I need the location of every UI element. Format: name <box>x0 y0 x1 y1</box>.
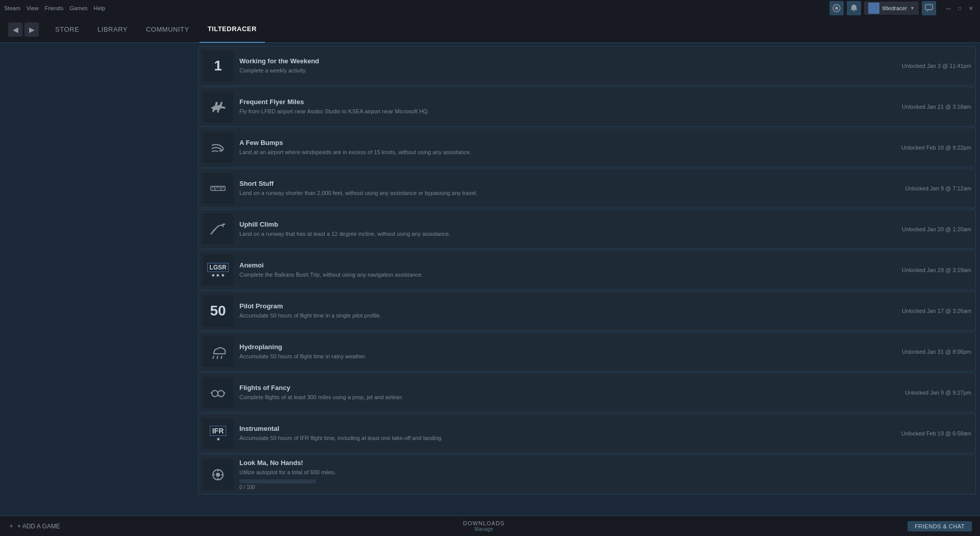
achievement-unlock-date: Unlocked Feb 19 @ 6:58am <box>901 430 971 436</box>
title-bar-right: tiltedracer ▼ — □ ✕ <box>829 1 976 15</box>
achievement-item: Look Ma, No Hands! Utilize autopilot for… <box>198 454 976 495</box>
achievement-icon: IFR ★ <box>203 418 233 449</box>
notifications-icon[interactable] <box>847 1 861 15</box>
minimize-button[interactable]: — <box>943 3 953 13</box>
achievement-description: Accumulate 50 hours of flight time in ra… <box>239 353 896 360</box>
achievement-description: Accumulate 50 hours of flight time in a … <box>239 312 896 320</box>
achievement-item: 50 Pilot Program Accumulate 50 hours of … <box>198 291 976 331</box>
svg-point-1 <box>835 7 838 10</box>
close-button[interactable]: ✕ <box>966 3 976 13</box>
achievement-description: Complete the Balkans Bush Trip, without … <box>239 271 896 279</box>
achievement-unlock-date: Unlocked Jan 9 @ 7:12am <box>905 185 971 191</box>
achievement-info: Anemoi Complete the Balkans Bush Trip, w… <box>239 261 896 279</box>
achievement-progress: 0 / 100 <box>239 479 965 490</box>
achievement-description: Fly from LFBD airport near Asobo Studio … <box>239 108 896 115</box>
achievement-info: Frequent Flyer Miles Fly from LFBD airpo… <box>239 98 896 115</box>
svg-point-14 <box>218 391 224 397</box>
achievement-name: Uphill Climb <box>239 221 896 228</box>
menu-view[interactable]: View <box>27 5 39 11</box>
downloads-label: DOWNLOADS <box>463 520 504 526</box>
achievement-name: Working for the Weekend <box>239 57 896 65</box>
achievement-description: Utilize autopilot for a total of 600 mil… <box>239 469 965 476</box>
achievement-info: Flights of Fancy Complete flights of at … <box>239 384 899 401</box>
chat-icon[interactable] <box>922 1 936 15</box>
back-button[interactable]: ◀ <box>8 22 22 37</box>
achievement-description: Accumulate 50 hours of IFR flight time, … <box>239 434 895 442</box>
nav-community[interactable]: COMMUNITY <box>138 16 198 43</box>
user-area[interactable]: tiltedracer ▼ <box>864 2 919 15</box>
svg-point-13 <box>212 391 218 397</box>
menu-friends[interactable]: Friends <box>44 5 63 11</box>
achievement-name: Pilot Program <box>239 302 896 310</box>
achievement-icon <box>203 459 233 490</box>
achievement-item: Uphill Climb Land on a runway that has a… <box>198 209 976 249</box>
svg-line-11 <box>217 356 218 359</box>
nav-store[interactable]: STORE <box>47 16 87 43</box>
achievement-info: A Few Bumps Land at an airport where win… <box>239 139 895 156</box>
achievement-icon <box>203 91 233 122</box>
achievement-name: Frequent Flyer Miles <box>239 98 896 106</box>
achievement-name: A Few Bumps <box>239 139 895 147</box>
achievement-icon <box>203 377 233 408</box>
achievement-description: Complete a weekly activity. <box>239 67 896 75</box>
downloads-button[interactable]: DOWNLOADS Manage <box>463 520 504 532</box>
achievement-info: Pilot Program Accumulate 50 hours of fli… <box>239 302 896 320</box>
achievement-item: Short Stuff Land on a runway shorter tha… <box>198 168 976 208</box>
achievement-icon <box>203 336 233 367</box>
achievement-name: Anemoi <box>239 261 896 269</box>
main-content: 1 Working for the Weekend Complete a wee… <box>0 43 980 516</box>
steam-icon[interactable] <box>829 1 844 15</box>
achievements-list[interactable]: 1 Working for the Weekend Complete a wee… <box>194 43 980 516</box>
nav-arrows: ◀ ▶ <box>8 22 39 37</box>
achievement-info: Instrumental Accumulate 50 hours of IFR … <box>239 425 895 442</box>
achievement-item: IFR ★ Instrumental Accumulate 50 hours o… <box>198 413 976 453</box>
svg-line-12 <box>221 356 222 359</box>
achievement-icon <box>203 214 233 245</box>
achievement-name: Instrumental <box>239 425 895 432</box>
achievement-description: Land at an airport where windspeeds are … <box>239 149 895 156</box>
achievement-unlock-date: Unlocked Jan 17 @ 3:26am <box>902 308 971 314</box>
achievement-item: A Few Bumps Land at an airport where win… <box>198 128 976 167</box>
achievement-unlock-date: Unlocked Feb 10 @ 9:22pm <box>901 144 971 151</box>
achievement-item: LGSR ★ ★ ★ Anemoi Complete the Balkans B… <box>198 250 976 290</box>
forward-button[interactable]: ▶ <box>24 22 39 37</box>
achievement-description: Complete flights of at least 300 miles u… <box>239 394 899 401</box>
menu-games[interactable]: Games <box>69 5 87 11</box>
menu-help[interactable]: Help <box>94 5 106 11</box>
title-bar-menu: Steam View Friends Games Help <box>4 5 105 11</box>
add-game-button[interactable]: ＋ + ADD A GAME <box>8 522 60 530</box>
user-dropdown-icon: ▼ <box>910 6 915 11</box>
username: tiltedracer <box>883 5 907 11</box>
nav-bar: ◀ ▶ STORE LIBRARY COMMUNITY TILTEDRACER <box>0 16 980 43</box>
achievement-item: Frequent Flyer Miles Fly from LFBD airpo… <box>198 87 976 127</box>
svg-point-23 <box>216 473 219 476</box>
achievement-info: Look Ma, No Hands! Utilize autopilot for… <box>239 459 965 490</box>
downloads-manage: Manage <box>475 526 493 532</box>
menu-steam[interactable]: Steam <box>4 5 20 11</box>
title-bar: Steam View Friends Games Help tiltedrace… <box>0 0 980 16</box>
achievement-info: Working for the Weekend Complete a weekl… <box>239 57 896 75</box>
achievement-unlock-date: Unlocked Jan 3 @ 11:41pm <box>902 63 971 69</box>
achievement-item: 1 Working for the Weekend Complete a wee… <box>198 46 976 86</box>
achievement-info: Short Stuff Land on a runway shorter tha… <box>239 180 899 197</box>
nav-game[interactable]: TILTEDRACER <box>200 16 265 43</box>
achievement-info: Hydroplaning Accumulate 50 hours of flig… <box>239 343 896 360</box>
achievement-icon <box>203 132 233 163</box>
plus-icon: ＋ <box>8 522 14 530</box>
achievement-description: Land on a runway shorter than 2,000 feet… <box>239 189 899 197</box>
achievement-item: Flights of Fancy Complete flights of at … <box>198 373 976 412</box>
avatar <box>868 3 879 14</box>
sidebar <box>0 43 194 516</box>
friends-chat-button[interactable]: FRIENDS & CHAT <box>908 521 972 531</box>
achievement-unlock-date: Unlocked Jan 29 @ 3:19am <box>902 267 971 273</box>
svg-line-10 <box>213 356 214 359</box>
achievement-name: Flights of Fancy <box>239 384 899 392</box>
achievement-unlock-date: Unlocked Jan 31 @ 8:06pm <box>902 349 971 355</box>
svg-rect-2 <box>925 5 933 10</box>
achievement-unlock-date: Unlocked Jan 20 @ 1:20am <box>902 226 971 232</box>
achievement-description: Land on a runway that has at least a 12 … <box>239 230 896 238</box>
maximize-button[interactable]: □ <box>954 3 965 13</box>
achievement-name: Short Stuff <box>239 180 899 187</box>
achievement-name: Look Ma, No Hands! <box>239 459 965 467</box>
nav-library[interactable]: LIBRARY <box>89 16 136 43</box>
